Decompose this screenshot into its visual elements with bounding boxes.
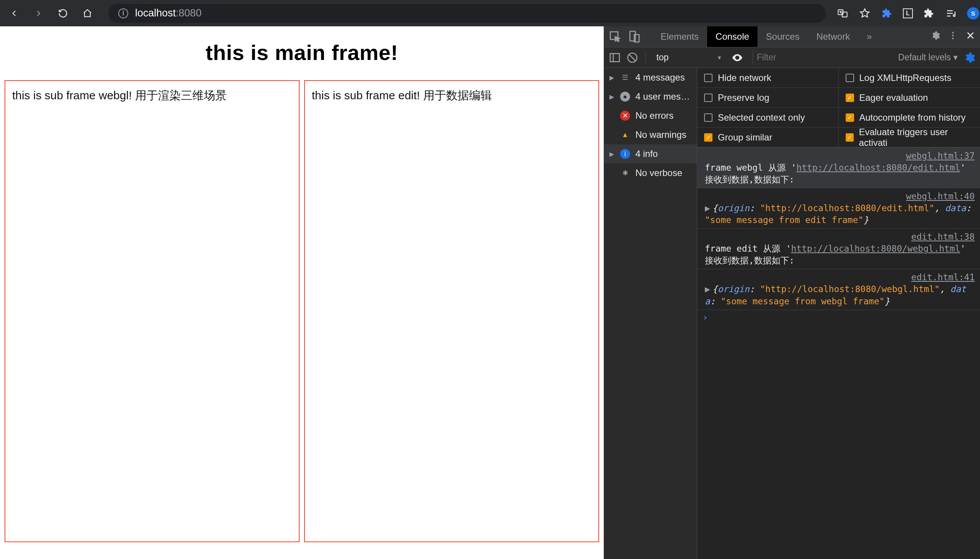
frames-row: this is sub frame webgl! 用于渲染三维场景 this i… xyxy=(0,76,604,547)
setting-group-similar[interactable]: ✓Group similar xyxy=(697,127,839,147)
clear-console-icon[interactable] xyxy=(626,51,638,64)
page-area: this is main frame! this is sub frame we… xyxy=(0,26,604,559)
settings-gear-icon[interactable] xyxy=(931,31,940,43)
translate-icon[interactable] xyxy=(836,7,849,20)
log-body: webgl.html:37 frame webgl 从源 'http://loc… xyxy=(705,150,975,185)
sidebar-toggle-icon[interactable] xyxy=(609,51,621,64)
devtools-main: ▶ ☰ 4 messages ▶ ● 4 user mes… ✕ No erro… xyxy=(604,68,980,559)
devtools-menu-icon[interactable] xyxy=(948,31,958,43)
subframe-webgl: this is sub frame webgl! 用于渲染三维场景 xyxy=(5,80,300,542)
url-link[interactable]: http://localhost:8080/webgl.html xyxy=(791,244,960,253)
log-source[interactable]: edit.html:38 xyxy=(904,231,975,243)
console-filterbar: top Default levels ▾ xyxy=(604,47,980,68)
address-bar[interactable]: i localhost:8080 xyxy=(108,4,826,23)
tab-console[interactable]: Console xyxy=(707,26,757,47)
checkbox-icon xyxy=(704,94,713,102)
tab-more[interactable]: » xyxy=(858,26,880,47)
url-link[interactable]: http://localhost:8080/edit.html xyxy=(797,163,960,173)
setting-autocomplete[interactable]: ✓Autocomplete from history xyxy=(839,108,980,127)
setting-log-xhr[interactable]: Log XMLHttpRequests xyxy=(839,68,980,88)
sidebar-warnings[interactable]: ▲ No warnings xyxy=(604,125,697,144)
checkbox-icon: ✓ xyxy=(846,94,854,102)
log-entry[interactable]: webgl.html:37 frame webgl 从源 'http://loc… xyxy=(697,148,980,188)
sidebar-messages[interactable]: ▶ ☰ 4 messages xyxy=(604,68,697,87)
devtools-header: Elements Console Sources Network » xyxy=(604,26,980,47)
url-host: localhost xyxy=(135,7,176,19)
expand-icon[interactable]: ▶ xyxy=(705,284,710,294)
browser-toolbar: i localhost:8080 L s xyxy=(0,0,980,26)
reload-button[interactable] xyxy=(56,7,69,20)
checkbox-icon: ✓ xyxy=(846,133,854,142)
setting-hide-network[interactable]: Hide network xyxy=(697,68,839,88)
devtools-close-icon[interactable] xyxy=(965,31,975,43)
log-body: edit.html:41 ▶{origin: "http://localhost… xyxy=(705,271,975,307)
log-entry[interactable]: edit.html:38 frame edit 从源 'http://local… xyxy=(697,229,980,269)
log-source[interactable]: webgl.html:37 xyxy=(898,150,975,162)
forward-button[interactable] xyxy=(32,7,45,20)
devtools-panel: Elements Console Sources Network » top D… xyxy=(604,26,980,559)
user-icon: ● xyxy=(620,92,630,102)
sidebar-verbose[interactable]: ✱ No verbose xyxy=(604,164,697,182)
subframe-webgl-text: this is sub frame webgl! 用于渲染三维场景 xyxy=(12,88,292,104)
console-prompt[interactable]: › xyxy=(697,310,980,324)
checkbox-icon xyxy=(846,74,854,82)
devtools-header-right xyxy=(931,31,975,43)
checkbox-icon: ✓ xyxy=(704,133,713,142)
profile-avatar[interactable]: s xyxy=(967,7,979,20)
live-expression-icon[interactable] xyxy=(731,51,743,64)
log-source[interactable]: edit.html:41 xyxy=(904,271,975,283)
extensions-icon[interactable] xyxy=(923,7,935,20)
tab-network[interactable]: Network xyxy=(808,26,858,47)
log-entry[interactable]: edit.html:41 ▶{origin: "http://localhost… xyxy=(697,269,980,310)
error-icon: ✕ xyxy=(620,111,630,121)
url-port: :8080 xyxy=(176,7,202,19)
extension-icons: L s xyxy=(836,7,980,20)
info-icon[interactable]: i xyxy=(118,8,128,18)
filter-input[interactable] xyxy=(752,50,893,65)
device-toggle-icon[interactable] xyxy=(628,30,641,43)
log-source[interactable]: webgl.html:40 xyxy=(898,190,975,202)
context-select[interactable]: top xyxy=(653,51,726,64)
messages-icon: ☰ xyxy=(620,73,630,83)
sidebar-user-messages[interactable]: ▶ ● 4 user mes… xyxy=(604,87,697,106)
page-title: this is main frame! xyxy=(0,40,604,65)
setting-preserve-log[interactable]: Preserve log xyxy=(697,88,839,108)
expand-icon[interactable]: ▶ xyxy=(705,203,710,213)
log-body: webgl.html:40 ▶{origin: "http://localhos… xyxy=(705,190,975,226)
log-body: edit.html:38 frame edit 从源 'http://local… xyxy=(705,231,975,266)
info-icon: i xyxy=(620,149,630,159)
setting-eager-eval[interactable]: ✓Eager evaluation xyxy=(839,88,980,108)
subframe-edit: this is sub frame edit! 用于数据编辑 xyxy=(304,80,599,542)
extension-l-icon[interactable]: L xyxy=(903,8,913,18)
tab-elements[interactable]: Elements xyxy=(652,26,707,47)
devtools-tabs: Elements Console Sources Network » xyxy=(652,26,880,47)
star-icon[interactable] xyxy=(859,7,871,20)
puzzle-icon[interactable] xyxy=(881,7,893,20)
levels-select[interactable]: Default levels ▾ xyxy=(898,52,958,63)
log-entry[interactable]: webgl.html:40 ▶{origin: "http://localhos… xyxy=(697,188,980,229)
checkbox-icon xyxy=(704,113,713,122)
playlist-icon[interactable] xyxy=(945,7,957,20)
tab-sources[interactable]: Sources xyxy=(757,26,808,47)
home-button[interactable] xyxy=(81,7,94,20)
sidebar-errors[interactable]: ✕ No errors xyxy=(604,106,697,125)
setting-selected-ctx[interactable]: Selected context only xyxy=(697,108,839,127)
console-right: Hide network Log XMLHttpRequests Preserv… xyxy=(697,68,980,559)
console-sidebar: ▶ ☰ 4 messages ▶ ● 4 user mes… ✕ No erro… xyxy=(604,68,697,559)
expand-icon: ▶ xyxy=(609,93,615,101)
bug-icon: ✱ xyxy=(620,168,630,178)
expand-icon: ▶ xyxy=(609,74,615,81)
subframe-edit-text: this is sub frame edit! 用于数据编辑 xyxy=(312,88,592,104)
console-settings-icon[interactable] xyxy=(963,51,975,64)
console-settings-grid: Hide network Log XMLHttpRequests Preserv… xyxy=(697,68,980,148)
inspect-element-icon[interactable] xyxy=(609,30,622,43)
sidebar-info[interactable]: ▶ i 4 info xyxy=(604,144,697,164)
svg-point-9 xyxy=(952,32,954,33)
setting-evaluate-triggers[interactable]: ✓Evaluate triggers user activati xyxy=(839,127,980,147)
expand-icon: ▶ xyxy=(609,150,615,158)
context-select-value: top xyxy=(653,51,726,64)
svg-rect-12 xyxy=(610,53,619,61)
back-button[interactable] xyxy=(8,7,21,20)
checkbox-icon: ✓ xyxy=(846,113,854,122)
svg-point-11 xyxy=(952,37,954,39)
